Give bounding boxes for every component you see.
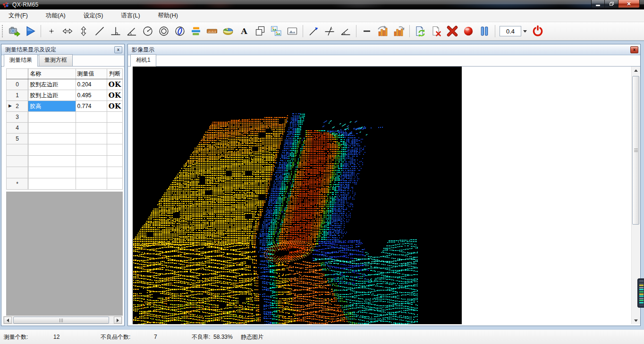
row-index-cell[interactable] [7, 167, 28, 178]
angle-arc-button[interactable] [125, 24, 139, 39]
perpendicular-button[interactable] [109, 24, 123, 39]
pause-button[interactable] [477, 24, 492, 39]
menu-item-3[interactable]: 语言(L) [115, 10, 145, 22]
refresh-document-button[interactable] [413, 24, 428, 39]
power-button[interactable] [531, 24, 545, 39]
row-index-cell[interactable]: ▶2 [7, 101, 28, 112]
row-judge-cell[interactable] [107, 178, 122, 190]
ellipse-arc-button[interactable] [173, 24, 187, 39]
capture-image-button[interactable] [7, 24, 22, 39]
angle-measure-button[interactable] [339, 24, 353, 39]
point-cloud-canvas[interactable] [133, 67, 462, 324]
table-row[interactable] [7, 156, 123, 167]
row-index-cell[interactable] [7, 156, 28, 167]
scroll-up-button[interactable] [632, 67, 640, 74]
row-value-cell[interactable] [76, 156, 107, 167]
row-value-cell[interactable] [76, 178, 107, 190]
pie-chart-button[interactable] [221, 24, 236, 39]
table-row[interactable]: 4 [7, 123, 123, 134]
scale-select[interactable]: 0.4 [500, 26, 521, 36]
tab-left-1[interactable]: 量测方框 [39, 54, 73, 66]
row-value-cell[interactable] [76, 167, 107, 178]
hscroll-thumb[interactable] [13, 317, 109, 324]
row-name-cell[interactable]: 胶高 [28, 101, 76, 112]
tab-camera-0[interactable]: 相机1 [130, 54, 156, 67]
row-index-cell[interactable] [7, 144, 28, 156]
concentric-circles-button[interactable] [157, 24, 171, 39]
row-judge-cell[interactable] [107, 134, 122, 144]
row-judge-cell[interactable]: OK [107, 79, 122, 90]
row-judge-cell[interactable]: OK [107, 90, 122, 101]
row-name-cell[interactable]: 胶到上边距 [28, 90, 76, 101]
row-value-cell[interactable]: 0.774 [76, 101, 107, 112]
minus-button[interactable] [360, 24, 374, 39]
copy-shape-button[interactable] [253, 24, 268, 39]
row-value-cell[interactable]: 0.204 [76, 79, 107, 90]
row-judge-cell[interactable] [107, 167, 122, 178]
measure-line-arrow-button[interactable] [306, 24, 321, 39]
measure-height-button[interactable] [76, 24, 91, 39]
dropdown-arrow-icon[interactable] [523, 30, 527, 33]
row-name-cell[interactable] [28, 156, 76, 167]
row-index-cell[interactable]: * [7, 178, 28, 190]
row-name-cell[interactable] [28, 178, 76, 190]
scroll-right-button[interactable] [114, 317, 122, 324]
restore-button[interactable] [605, 0, 618, 8]
row-index-cell[interactable]: 4 [7, 123, 28, 134]
row-value-cell[interactable] [76, 144, 107, 156]
menu-item-4[interactable]: 帮助(H) [153, 10, 184, 22]
row-name-cell[interactable] [28, 134, 76, 144]
menu-item-1[interactable]: 功能(A) [40, 10, 71, 22]
tab-left-0[interactable]: 测量结果 [4, 54, 38, 67]
row-value-cell[interactable]: 0.495 [76, 90, 107, 101]
ruler-button[interactable] [205, 24, 220, 39]
row-index-cell[interactable]: 0 [7, 79, 28, 90]
scroll-down-button[interactable] [632, 317, 640, 324]
close-button[interactable]: ✕ [618, 0, 640, 8]
row-name-cell[interactable] [28, 112, 76, 123]
row-name-cell[interactable] [28, 144, 76, 156]
scroll-left-button[interactable] [4, 317, 12, 324]
circle-radius-button[interactable] [141, 24, 155, 39]
text-label-button[interactable]: A [237, 24, 252, 39]
table-row[interactable] [7, 167, 123, 178]
line-button[interactable] [93, 24, 107, 39]
row-judge-cell[interactable]: OK [107, 101, 122, 112]
row-value-cell[interactable] [76, 123, 107, 134]
row-judge-cell[interactable] [107, 112, 122, 123]
row-name-cell[interactable] [28, 167, 76, 178]
row-value-cell[interactable] [76, 134, 107, 144]
run-button[interactable] [23, 24, 38, 39]
delete-all-button[interactable] [445, 24, 460, 39]
row-judge-cell[interactable] [107, 144, 122, 156]
record-button[interactable] [461, 24, 476, 39]
table-row[interactable]: 0胶到左边距0.204OK [7, 79, 123, 90]
image-stack-button[interactable] [269, 24, 284, 39]
row-index-cell[interactable]: 3 [7, 112, 28, 123]
cross-tick-button[interactable] [322, 24, 337, 39]
image-view-button[interactable] [285, 24, 300, 39]
left-panel-close-button[interactable]: x [114, 46, 122, 53]
table-row[interactable]: ▶2胶高0.774OK [7, 101, 123, 112]
table-row[interactable] [7, 144, 123, 156]
row-name-cell[interactable] [28, 123, 76, 134]
row-value-cell[interactable] [76, 112, 107, 123]
measure-width-button[interactable] [60, 24, 75, 39]
table-row[interactable]: 1胶到上边距0.495OK [7, 90, 123, 101]
stats-refresh-button[interactable] [376, 24, 390, 39]
row-index-cell[interactable]: 1 [7, 90, 28, 101]
row-name-cell[interactable]: 胶到左边距 [28, 79, 76, 90]
table-row[interactable]: 5 [7, 134, 123, 144]
vscroll-thumb[interactable] [632, 76, 639, 225]
measure-result-table[interactable]: 名称测量值判断0胶到左边距0.204OK1胶到上边距0.495OK▶2胶高0.7… [6, 68, 123, 190]
menu-item-0[interactable]: 文件(F) [3, 10, 34, 22]
minimize-button[interactable] [591, 0, 605, 8]
table-row[interactable]: * [7, 178, 123, 190]
row-judge-cell[interactable] [107, 123, 122, 134]
left-panel-hscrollbar[interactable] [3, 316, 122, 324]
stats-next-button[interactable] [392, 24, 407, 39]
color-bars-button[interactable] [189, 24, 203, 39]
toolbar-grip[interactable] [2, 25, 4, 37]
menu-item-2[interactable]: 设定(S) [78, 10, 109, 22]
point-button[interactable] [44, 24, 59, 39]
